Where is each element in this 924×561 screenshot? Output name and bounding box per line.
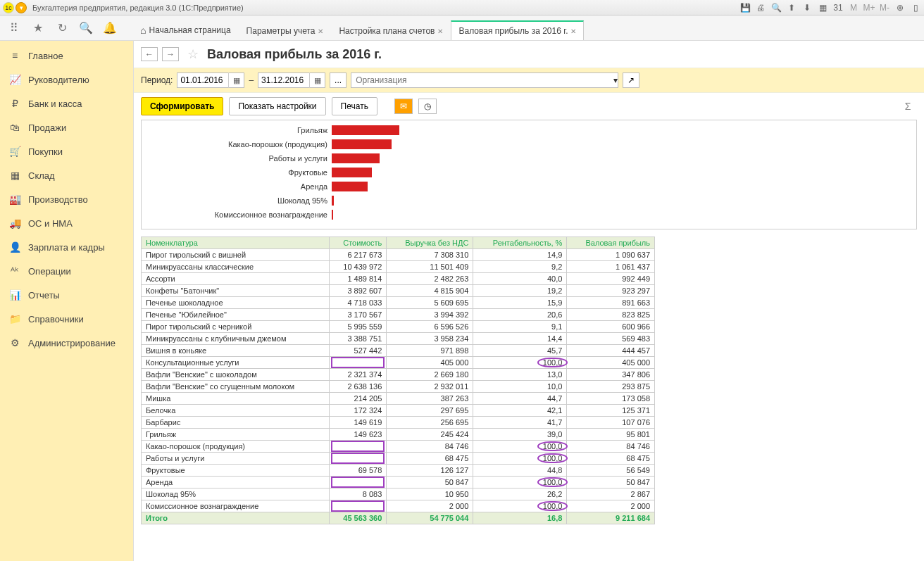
calendar-icon[interactable]: 31 [832,2,844,13]
sidebar-item[interactable]: ≡Главное [0,44,133,68]
cell-name: Грильяж [142,429,330,441]
m-icon[interactable]: M [848,2,859,13]
cell-name: Миникруассаны с клубничным джемом [142,333,330,345]
app-icon-2[interactable]: ▾ [15,2,27,13]
table-row[interactable]: Вишня в коньяке527 442971 89845,7444 457 [142,345,655,357]
sidebar-item[interactable]: ₽Банк и касса [0,92,133,115]
sidebar-item[interactable]: 🛒Покупки [0,139,133,163]
cell-cost [330,453,387,465]
organization-input[interactable] [351,75,613,85]
cell-revenue: 2 000 [387,500,473,512]
total-cell: 9 211 684 [567,512,655,524]
sidebar-item[interactable]: 📁Справочники [0,307,133,331]
favorite-icon[interactable]: ★ [28,18,48,38]
sidebar-item[interactable]: 👤Зарплата и кадры [0,235,133,259]
table-header: Выручка без НДС [387,237,473,249]
sigma-button[interactable]: Σ [899,99,917,114]
favorite-star-icon[interactable]: ☆ [187,46,199,62]
table-row[interactable]: Печенье "Юбилейное"3 170 5673 994 39220,… [142,309,655,321]
cell-profitability: 10,0 [473,381,567,393]
table-row[interactable]: Барбарис149 619256 69541,7107 076 [142,417,655,429]
mminus-icon[interactable]: M- [879,2,890,13]
print-button[interactable]: Печать [332,97,377,115]
close-icon[interactable]: ✕ [318,27,323,35]
table-row[interactable]: Грильяж149 623245 42439,095 801 [142,429,655,441]
sidebar-item[interactable]: ⚙Администрирование [0,331,133,355]
calendar-from-icon[interactable]: ▦ [228,73,244,88]
date-from-input[interactable] [177,75,228,85]
sidebar-item[interactable]: 📊Отчеты [0,283,133,307]
search-icon[interactable]: 🔍 [770,2,782,13]
tab[interactable]: Настройка плана счетов✕ [331,21,451,40]
cell-name: Конфеты "Батончик" [142,285,330,297]
table-row[interactable]: Работы и услуги68 475100,068 475 [142,453,655,465]
cell-cost [330,477,387,488]
nav-forward-button[interactable]: → [162,47,179,61]
table-row[interactable]: Пирог тирольский с черникой5 995 5596 59… [142,321,655,333]
table-row[interactable]: Аренда50 847100,050 847 [142,477,655,488]
email-icon[interactable]: ✉ [394,99,413,114]
date-from-field[interactable]: ▦ [177,73,244,88]
table-row[interactable]: Комиссионное вознаграждение2 000100,02 0… [142,500,655,512]
table-row[interactable]: Печенье шоколадное4 718 0335 609 69515,9… [142,297,655,309]
zoom-icon[interactable]: ⊕ [894,2,906,13]
table-row[interactable]: Вафли "Венские" с шоколадом2 321 3742 66… [142,369,655,381]
tab[interactable]: ⌂Начальная страница [132,20,239,40]
show-settings-button[interactable]: Показать настройки [229,97,325,115]
table-row[interactable]: Белочка172 324297 69542,1125 371 [142,405,655,417]
sidebar-item[interactable]: ᴬᵏОперации [0,259,133,283]
sidebar-item[interactable]: 📈Руководителю [0,68,133,92]
table-row[interactable]: Шоколад 95%8 08310 95026,22 867 [142,488,655,500]
table-row[interactable]: Пирог тирольский с вишней6 217 6737 308 … [142,249,655,261]
organization-select[interactable]: ▾ [351,73,618,88]
generate-button[interactable]: Сформировать [141,97,223,115]
mplus-icon[interactable]: M+ [863,2,875,13]
close-icon[interactable]: ✕ [437,27,443,35]
history-icon[interactable]: ↻ [52,18,72,38]
period-ellipsis-button[interactable]: ... [330,73,346,88]
sidebar-item[interactable]: 🚚ОС и НМА [0,211,133,235]
date-to-field[interactable]: ▦ [258,73,325,88]
page-header: ← → ☆ Валовая прибыль за 2016 г. [134,41,924,68]
cell-profitability: 14,9 [473,249,567,261]
table-row[interactable]: Миникруассаны с клубничным джемом3 388 7… [142,333,655,345]
table-row[interactable]: Ассорти1 489 8142 482 26340,0992 449 [142,273,655,285]
org-open-button[interactable]: ↗ [623,73,639,88]
table-row[interactable]: Миникруассаны классические10 439 97211 5… [142,261,655,273]
sidebar-label: Справочники [28,314,84,324]
table-row[interactable]: Вафли "Венские" со сгущенным молоком2 63… [142,381,655,393]
table-row[interactable]: Конфеты "Батончик"3 892 6074 815 90419,2… [142,285,655,297]
tab[interactable]: Параметры учета✕ [239,21,332,40]
apps-icon[interactable]: ⠿ [4,18,24,38]
cell-cost: 2 638 136 [330,381,387,393]
sidebar-icon: 📊 [8,289,21,301]
toolbar-search-icon[interactable]: 🔍 [76,18,96,38]
notifications-icon[interactable]: 🔔 [100,18,120,38]
link-icon[interactable]: ⬆ [786,2,797,13]
sidebar-icon: 📁 [8,313,21,325]
date-to-input[interactable] [258,75,309,85]
sidebar-label: Операции [28,266,71,277]
clock-icon[interactable]: ◷ [418,99,437,114]
table-row[interactable]: Мишка214 205387 26344,7173 058 [142,393,655,405]
close-icon[interactable]: ✕ [570,27,576,35]
nav-back-button[interactable]: ← [141,47,158,61]
cell-revenue: 6 596 526 [387,321,473,333]
sidebar-item[interactable]: ▦Склад [0,163,133,187]
print-icon[interactable]: 🖨 [755,2,766,13]
calc-icon[interactable]: ▦ [817,2,828,13]
sidebar-item[interactable]: 🏭Производство [0,187,133,211]
save-icon[interactable]: 💾 [739,2,751,13]
table-row[interactable]: Консультационные услуги405 000100,0405 0… [142,357,655,369]
calendar-to-icon[interactable]: ▦ [309,73,325,88]
titlebar-actions: 💾 🖨 🔍 ⬆ ⬇ ▦ 31 M M+ M- ⊕ ▯ [739,2,921,13]
table-row[interactable]: Какао-порошок (продукция)84 746100,084 7… [142,441,655,453]
download-icon[interactable]: ⬇ [801,2,813,13]
sidebar-item[interactable]: 🛍Продажи [0,115,133,139]
tab[interactable]: Валовая прибыль за 2016 г.✕ [451,20,584,40]
sidebar-label: Администрирование [28,338,116,348]
dropdown-icon[interactable]: ▾ [613,75,618,85]
table-row[interactable]: Фруктовые69 578126 12744,856 549 [142,465,655,477]
panel-icon[interactable]: ▯ [910,2,921,13]
sidebar-icon: ≡ [8,49,21,62]
